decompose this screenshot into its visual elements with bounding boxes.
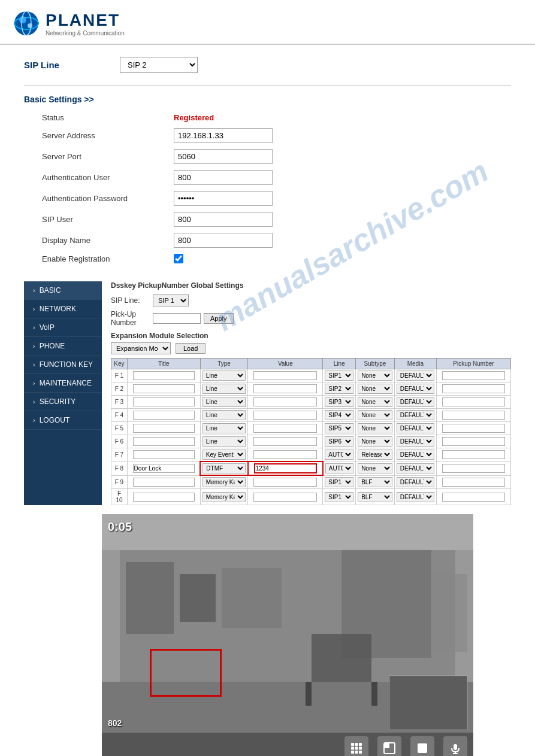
layout-button[interactable] — [377, 736, 401, 756]
line-select[interactable]: SIP1 — [325, 477, 353, 487]
pickup-input[interactable] — [442, 371, 505, 380]
dss-pickup-input[interactable] — [153, 313, 201, 324]
title-input[interactable] — [133, 437, 195, 446]
fullscreen-button[interactable] — [410, 736, 434, 756]
type-select[interactable]: Memory Key — [202, 492, 246, 502]
value-input[interactable] — [253, 411, 317, 420]
subtype-select[interactable]: BLF — [358, 492, 392, 502]
pickup-input[interactable] — [442, 424, 505, 433]
pickup-input[interactable] — [442, 437, 505, 446]
pickup-input-f8[interactable] — [442, 464, 505, 473]
subtype-select[interactable]: None — [358, 397, 392, 407]
display-name-input[interactable] — [174, 233, 273, 248]
title-input[interactable] — [133, 411, 195, 420]
media-select-f8[interactable]: DEFAULT — [397, 463, 434, 473]
value-input[interactable] — [253, 478, 317, 487]
value-input[interactable] — [253, 384, 317, 393]
value-input[interactable] — [253, 437, 317, 446]
media-select[interactable]: DEFAULT — [397, 492, 434, 502]
sidebar-item-logout[interactable]: › LOGOUT — [24, 411, 102, 430]
media-select[interactable]: DEFAULT — [397, 397, 434, 407]
subtype-select[interactable]: None — [358, 384, 392, 394]
mute-button[interactable] — [443, 736, 467, 756]
dss-sip-select[interactable]: SIP 1 SIP 2 SIP 3 — [153, 294, 189, 306]
title-input[interactable] — [133, 397, 195, 406]
subtype-select[interactable]: None — [358, 423, 392, 433]
media-select[interactable]: DEFAULT — [397, 423, 434, 433]
sip-user-input[interactable] — [174, 212, 273, 227]
title-input[interactable] — [133, 478, 195, 487]
media-select[interactable]: DEFAULT — [397, 410, 434, 420]
server-address-input[interactable] — [174, 128, 273, 143]
sidebar-item-phone[interactable]: › PHONE — [24, 337, 102, 356]
media-select[interactable]: DEFAULT — [397, 436, 434, 447]
media-select[interactable]: DEFAULT — [397, 450, 434, 460]
pickup-input[interactable] — [442, 384, 505, 393]
pickup-input[interactable] — [442, 450, 505, 459]
sidebar-item-basic[interactable]: › BASIC — [24, 281, 102, 300]
line-select[interactable]: AUTO — [325, 450, 353, 460]
sidebar-item-maintenance[interactable]: › MAINTENANCE — [24, 374, 102, 393]
title-input-f8[interactable] — [133, 464, 195, 473]
subtype-select[interactable]: None — [358, 371, 392, 381]
sip-line-select[interactable]: SIP 1 SIP 2 SIP 3 SIP 4 SIP 5 SIP 6 — [120, 57, 198, 73]
type-select[interactable]: Line — [202, 423, 246, 433]
subtype-select[interactable]: Release — [358, 450, 392, 460]
type-select[interactable]: Line — [202, 410, 246, 420]
keypad-button[interactable] — [344, 736, 368, 756]
subtype-select[interactable]: None — [358, 410, 392, 420]
auth-user-input[interactable] — [174, 170, 273, 185]
value-input[interactable] — [253, 450, 317, 459]
subtype-select-f8[interactable]: None — [358, 463, 392, 473]
sidebar-item-function-key[interactable]: › FUNCTION KEY — [24, 356, 102, 374]
sidebar-item-network[interactable]: › NETWORK — [24, 300, 102, 318]
value-input[interactable] — [253, 424, 317, 433]
type-select[interactable]: Line — [202, 397, 246, 407]
title-input[interactable] — [133, 450, 195, 459]
title-input[interactable] — [133, 371, 195, 380]
value-input-f8[interactable] — [254, 463, 317, 473]
media-select[interactable]: DEFAULT — [397, 477, 434, 487]
line-select[interactable]: SIP5 — [325, 423, 353, 433]
title-input[interactable] — [133, 493, 195, 502]
auth-password-input[interactable] — [174, 191, 273, 206]
line-select[interactable]: SIP1 — [325, 492, 353, 502]
table-row: F 4 Line SIP4 None DEFAULT — [111, 409, 511, 422]
type-select[interactable]: Key Event — [202, 450, 246, 460]
arrow-icon: › — [33, 324, 35, 331]
type-select[interactable]: Line — [202, 371, 246, 381]
type-select-f8[interactable]: DTMF — [202, 463, 245, 473]
pickup-input[interactable] — [442, 493, 505, 502]
title-input[interactable] — [133, 384, 195, 393]
line-select[interactable]: SIP2 — [325, 384, 353, 394]
expansion-select[interactable]: Expansion Module 1 — [111, 342, 171, 354]
value-input[interactable] — [253, 397, 317, 406]
enable-reg-checkbox[interactable] — [174, 254, 183, 263]
type-select[interactable]: Line — [202, 436, 246, 447]
dss-pickup-row: Pick-Up Number Apply — [111, 310, 511, 327]
pickup-input[interactable] — [442, 397, 505, 406]
pickup-input[interactable] — [442, 478, 505, 487]
sidebar-item-voip[interactable]: › VoIP — [24, 318, 102, 337]
value-input[interactable] — [253, 371, 317, 380]
load-button[interactable]: Load — [176, 343, 205, 354]
title-input[interactable] — [133, 424, 195, 433]
dss-apply-button[interactable]: Apply — [204, 313, 234, 324]
type-select[interactable]: Line — [202, 384, 246, 394]
type-select[interactable]: Memory Key — [202, 477, 246, 487]
subtype-select[interactable]: BLF — [358, 477, 392, 487]
expansion-row: Expansion Module 1 Load — [111, 342, 511, 354]
media-select[interactable]: DEFAULT — [397, 384, 434, 394]
value-input[interactable] — [253, 493, 317, 502]
cell-title — [127, 409, 200, 422]
sidebar-item-security[interactable]: › SECURITY — [24, 393, 102, 411]
subtype-select[interactable]: None — [358, 436, 392, 447]
line-select[interactable]: SIP4 — [325, 410, 353, 420]
line-select-f8[interactable]: AUTO — [325, 463, 353, 473]
line-select[interactable]: SIP6 — [325, 436, 353, 447]
server-port-input[interactable] — [174, 149, 273, 164]
line-select[interactable]: SIP1 — [325, 371, 353, 381]
pickup-input[interactable] — [442, 411, 505, 420]
line-select[interactable]: SIP3 — [325, 397, 353, 407]
media-select[interactable]: DEFAULT — [397, 371, 434, 381]
